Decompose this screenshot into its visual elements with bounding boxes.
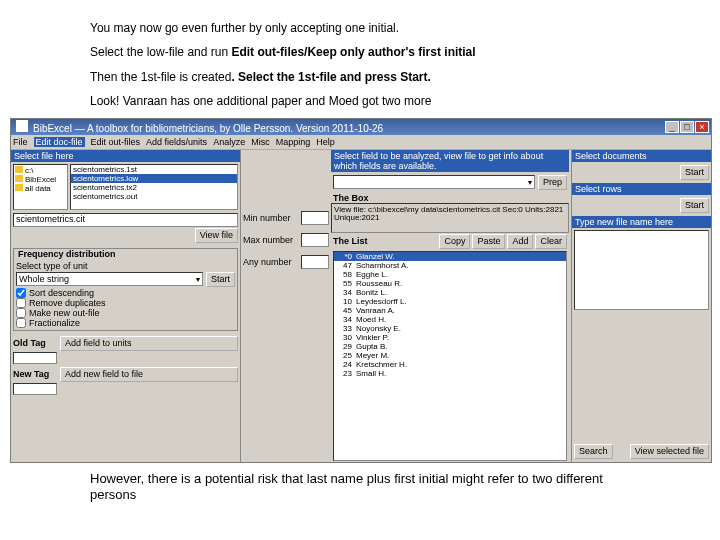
list-item[interactable]: 34Bonitz L.	[334, 288, 566, 297]
freq-dist-label: Frequency distribution	[18, 249, 235, 259]
view-file-button[interactable]: View file	[195, 228, 238, 243]
select-rows-label: Select rows	[572, 183, 711, 195]
menu-edit-doc-file[interactable]: Edit doc-file	[34, 137, 85, 147]
list-item[interactable]: 55Rousseau R.	[334, 279, 566, 288]
max-number-label: Max number	[243, 235, 298, 245]
list-item[interactable]: 24Kretschmer H.	[334, 360, 566, 369]
list-item[interactable]: 34Moed H.	[334, 315, 566, 324]
instruction-line-4: Look! Vanraan has one additional paper a…	[90, 91, 720, 111]
unit-type-select[interactable]: Whole string	[16, 272, 203, 286]
menu-bar: FileEdit doc-fileEdit out-filesAdd field…	[11, 135, 711, 150]
list-item[interactable]: 45Vanraan A.	[334, 306, 566, 315]
search-button[interactable]: Search	[574, 444, 613, 459]
list-item[interactable]: 47Scharnhorst A.	[334, 261, 566, 270]
menu-help[interactable]: Help	[316, 137, 335, 147]
field-select[interactable]	[333, 175, 535, 189]
type-new-file-label: Type new file name here	[572, 216, 711, 228]
minimize-button[interactable]: _	[665, 121, 679, 133]
select-field-label: Select field to be analyzed, view file t…	[331, 150, 569, 172]
list-item[interactable]: 10Leydesdorff L.	[334, 297, 566, 306]
old-tag-label: Old Tag	[13, 338, 57, 348]
select-docs-label: Select documents	[572, 150, 711, 162]
file-item[interactable]: scientometrics.1st	[71, 165, 237, 174]
menu-add-fields-units[interactable]: Add fields/units	[146, 137, 207, 147]
list-item[interactable]: *0Glanzel W.	[334, 252, 566, 261]
title-bar: BibExcel — A toolbox for bibliometrician…	[11, 119, 711, 135]
select-file-label: Select file here	[11, 150, 240, 162]
the-list-label: The List	[333, 236, 368, 246]
file-list[interactable]: scientometrics.1stscientometrics.lowscie…	[70, 164, 238, 210]
instruction-line-1: You may now go even further by only acce…	[90, 18, 720, 38]
the-box-label: The Box	[331, 193, 569, 203]
path-input[interactable]: scientometrics.cit	[13, 213, 238, 227]
menu-misc[interactable]: Misc	[251, 137, 270, 147]
the-list[interactable]: *0Glanzel W.47Scharnhorst A.58Egghe L.55…	[333, 251, 567, 461]
paste-button[interactable]: Paste	[472, 234, 505, 249]
view-selected-button[interactable]: View selected file	[630, 444, 709, 459]
min-number-label: Min number	[243, 213, 298, 223]
instruction-line-3: Then the 1st-file is created. Select the…	[90, 67, 720, 87]
app-icon	[16, 120, 28, 132]
clear-button[interactable]: Clear	[535, 234, 567, 249]
add-button[interactable]: Add	[507, 234, 533, 249]
docs-start-button[interactable]: Start	[680, 165, 709, 180]
list-item[interactable]: 25Meyer M.	[334, 351, 566, 360]
close-button[interactable]: ×	[695, 121, 709, 133]
any-number-label: Any number	[243, 257, 298, 267]
list-item[interactable]: 23Small H.	[334, 369, 566, 378]
file-item[interactable]: scientometrics.out	[71, 192, 237, 201]
old-tag-input[interactable]	[13, 352, 57, 364]
folder-item[interactable]: all data	[15, 184, 66, 193]
min-number-input[interactable]	[301, 211, 329, 225]
sort-desc-label: Sort descending	[29, 288, 94, 298]
folder-item[interactable]: c:\	[15, 166, 66, 175]
file-item[interactable]: scientometrics.low	[71, 174, 237, 183]
new-tag-label: New Tag	[13, 369, 57, 379]
app-window: BibExcel — A toolbox for bibliometrician…	[10, 118, 712, 463]
file-item[interactable]: scientometrics.tx2	[71, 183, 237, 192]
add-field-button[interactable]: Add field to units	[60, 336, 238, 351]
list-item[interactable]: 33Noyonsky E.	[334, 324, 566, 333]
prep-button[interactable]: Prep	[538, 175, 567, 190]
freq-start-button[interactable]: Start	[206, 272, 235, 287]
new-tag-input[interactable]	[13, 383, 57, 395]
add-new-field-button[interactable]: Add new field to file	[60, 367, 238, 382]
menu-edit-out-files[interactable]: Edit out-files	[91, 137, 141, 147]
folder-list[interactable]: c:\BibExcelall data	[13, 164, 68, 210]
max-number-input[interactable]	[301, 233, 329, 247]
menu-file[interactable]: File	[13, 137, 28, 147]
list-item[interactable]: 30Vinkler P.	[334, 333, 566, 342]
instruction-line-2: Select the low-file and run Edit out-fil…	[90, 42, 720, 62]
window-title: BibExcel — A toolbox for bibliometrician…	[30, 123, 383, 134]
menu-analyze[interactable]: Analyze	[213, 137, 245, 147]
list-item[interactable]: 58Egghe L.	[334, 270, 566, 279]
new-file-textarea[interactable]	[574, 230, 709, 310]
sort-desc-checkbox[interactable]	[16, 288, 26, 298]
make-new-label: Make new out-file	[29, 308, 100, 318]
fractionalize-label: Fractionalize	[29, 318, 80, 328]
menu-mapping[interactable]: Mapping	[276, 137, 311, 147]
remove-dup-checkbox[interactable]	[16, 298, 26, 308]
the-box-content: View file: c:\bibexcel\my data\scientome…	[331, 203, 569, 233]
remove-dup-label: Remove duplicates	[29, 298, 106, 308]
fractionalize-checkbox[interactable]	[16, 318, 26, 328]
maximize-button[interactable]: □	[680, 121, 694, 133]
copy-button[interactable]: Copy	[439, 234, 470, 249]
unit-type-label: Select type of unit	[16, 261, 235, 271]
list-item[interactable]: 29Gupta B.	[334, 342, 566, 351]
make-new-checkbox[interactable]	[16, 308, 26, 318]
any-number-input[interactable]	[301, 255, 329, 269]
rows-start-button[interactable]: Start	[680, 198, 709, 213]
folder-item[interactable]: BibExcel	[15, 175, 66, 184]
footer-instruction: However, there is a potential risk that …	[90, 471, 610, 505]
